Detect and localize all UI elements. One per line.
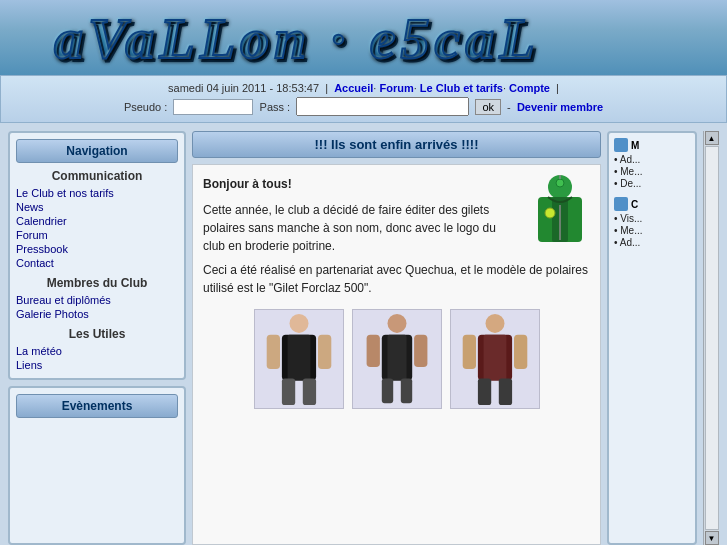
devenir-membre-link[interactable]: Devenir membre xyxy=(517,101,603,113)
pseudo-input[interactable] xyxy=(173,99,253,115)
right-icon-row-2: C xyxy=(614,197,690,211)
svg-rect-24 xyxy=(483,334,506,380)
right-s2-item1: • Vis... xyxy=(614,213,690,224)
main-layout: Navigation Communication Le Club et nos … xyxy=(0,123,727,545)
content-area: Bonjour à tous! Cette année, le club a d… xyxy=(192,164,601,545)
nav-accueil-link[interactable]: Accueil xyxy=(334,82,373,94)
members-icon xyxy=(614,138,628,152)
svg-rect-18 xyxy=(381,378,392,403)
nav-club-link[interactable]: Le Club et tarifs xyxy=(420,82,503,94)
svg-text:aVaLLon · e5caL: aVaLLon · e5caL xyxy=(54,6,540,68)
stats-icon xyxy=(614,197,628,211)
right-section-2: C • Vis... • Me... • Ad... xyxy=(614,197,690,248)
svg-point-8 xyxy=(289,313,308,332)
date-nav-line: samedi 04 juin 2011 - 18:53:47 | Accueil… xyxy=(11,82,716,94)
left-column: Navigation Communication Le Club et nos … xyxy=(8,131,186,545)
membres-section-title: Membres du Club xyxy=(16,276,178,290)
svg-point-6 xyxy=(556,179,564,187)
pseudo-label: Pseudo : xyxy=(124,101,167,113)
nav-bureau-link[interactable]: Bureau et diplômés xyxy=(16,293,178,307)
svg-rect-17 xyxy=(387,334,406,380)
right-s1-item1: • Ad... xyxy=(614,154,690,165)
model-1 xyxy=(254,309,344,409)
utiles-section-title: Les Utiles xyxy=(16,327,178,341)
nav-panel: Navigation Communication Le Club et nos … xyxy=(8,131,186,380)
svg-rect-19 xyxy=(400,378,411,403)
svg-rect-25 xyxy=(477,378,490,405)
right-s2-item3: • Ad... xyxy=(614,237,690,248)
scroll-down-arrow[interactable]: ▼ xyxy=(705,531,719,545)
svg-rect-20 xyxy=(366,334,379,366)
person2-svg xyxy=(357,312,437,407)
person1-svg xyxy=(259,312,339,407)
svg-rect-13 xyxy=(266,334,279,368)
scroll-up-arrow[interactable]: ▲ xyxy=(705,131,719,145)
nav-panel-header: Navigation xyxy=(16,139,178,163)
scrollbar: ▲ ▼ xyxy=(703,131,719,545)
scroll-track[interactable] xyxy=(705,146,719,530)
logo-svg: aVaLLon · e5caL xyxy=(24,0,704,68)
pass-input[interactable] xyxy=(296,97,469,116)
nav-pressbook-link[interactable]: Pressbook xyxy=(16,242,178,256)
nav-meteo-link[interactable]: La météo xyxy=(16,344,178,358)
svg-rect-28 xyxy=(514,334,527,368)
svg-rect-12 xyxy=(302,378,315,405)
svg-rect-21 xyxy=(414,334,427,366)
model-2 xyxy=(352,309,442,409)
svg-rect-11 xyxy=(281,378,294,405)
svg-rect-14 xyxy=(318,334,331,368)
site-title: aVaLLon · e5caL xyxy=(24,0,704,75)
events-panel-header: Evènements xyxy=(16,394,178,418)
site-header: aVaLLon · e5caL xyxy=(0,0,727,75)
product-image-area xyxy=(530,175,590,253)
svg-rect-10 xyxy=(287,334,310,380)
right-s1-item3: • De... xyxy=(614,178,690,189)
communication-section-title: Communication xyxy=(16,169,178,183)
nav-liens-link[interactable]: Liens xyxy=(16,358,178,372)
nav-news-link[interactable]: News xyxy=(16,200,178,214)
topbar: samedi 04 juin 2011 - 18:53:47 | Accueil… xyxy=(0,75,727,123)
article-para2: Ceci a été réalisé en partenariat avec Q… xyxy=(203,261,590,297)
vest-product-svg xyxy=(530,175,590,250)
nav-compte-link[interactable]: Compte xyxy=(509,82,550,94)
right-icon-row-1: M xyxy=(614,138,690,152)
right-s1-item2: • Me... xyxy=(614,166,690,177)
svg-point-5 xyxy=(545,208,555,218)
svg-rect-26 xyxy=(498,378,511,405)
person3-svg xyxy=(455,312,535,407)
nav-forum-side-link[interactable]: Forum xyxy=(16,228,178,242)
model-3 xyxy=(450,309,540,409)
models-row xyxy=(203,309,590,409)
ok-button[interactable]: ok xyxy=(475,99,501,115)
right-section-1: M • Ad... • Me... • De... xyxy=(614,138,690,189)
article-header: !!! Ils sont enfin arrivés !!!! xyxy=(192,131,601,158)
svg-point-22 xyxy=(485,313,504,332)
nav-calendrier-link[interactable]: Calendrier xyxy=(16,214,178,228)
nav-forum-link[interactable]: Forum xyxy=(379,82,413,94)
pass-label: Pass : xyxy=(260,101,291,113)
login-line: Pseudo : Pass : ok - Devenir membre xyxy=(11,97,716,116)
svg-rect-27 xyxy=(462,334,475,368)
date-display: samedi 04 juin 2011 - 18:53:47 xyxy=(168,82,319,94)
right-section2-title: C xyxy=(631,199,638,210)
nav-contact-link[interactable]: Contact xyxy=(16,256,178,270)
svg-point-15 xyxy=(387,313,406,332)
events-panel: Evènements xyxy=(8,386,186,545)
right-s2-item2: • Me... xyxy=(614,225,690,236)
right-column: M • Ad... • Me... • De... C • Vis... • M… xyxy=(607,131,697,545)
nav-club-tarifs-link[interactable]: Le Club et nos tarifs xyxy=(16,186,178,200)
center-column: !!! Ils sont enfin arrivés !!!! xyxy=(192,131,601,545)
right-section1-title: M xyxy=(631,140,639,151)
nav-galerie-link[interactable]: Galerie Photos xyxy=(16,307,178,321)
